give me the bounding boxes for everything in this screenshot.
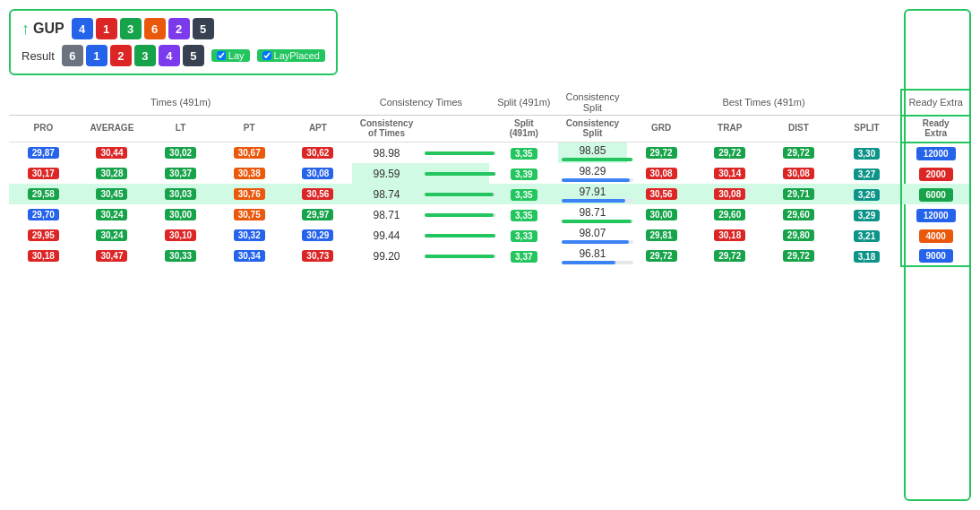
main-table: Times (491m) Consistency Times Split (49…: [9, 89, 971, 267]
cell-apt: 29,97: [284, 204, 353, 225]
cell-pro: 30,17: [9, 163, 78, 184]
cell-lt: 30,00: [146, 204, 215, 225]
table-row: 30,17 30,28 30,37 30,38 30,08 99.59 3,39…: [9, 163, 970, 184]
cell-apt: 30,62: [284, 143, 353, 164]
cell-grd: 30,00: [627, 204, 696, 225]
cell-dist: 29,60: [764, 204, 833, 225]
badge-5: 2: [168, 18, 190, 39]
cell-avg: 30,24: [78, 225, 147, 246]
table-row: 29,58 30,45 30,03 30,76 30,56 98.74 3,35…: [9, 184, 970, 204]
col-cons-split: ConsistencySplit: [558, 116, 627, 143]
cell-split: 3,39: [489, 163, 558, 184]
table-row: 29,87 30,44 30,02 30,67 30,62 98.98 3,35…: [9, 143, 970, 164]
cell-cons-bar: [421, 184, 490, 204]
top-badges: 4 1 3 6 2 5: [72, 18, 214, 39]
col-lt: LT: [146, 116, 215, 143]
cell-pro: 29,58: [9, 184, 78, 204]
cell-avg: 30,44: [78, 143, 147, 164]
col-split-val: Split(491m): [489, 116, 558, 143]
cell-cons-split: 98.07: [558, 225, 627, 246]
cell-apt: 30,29: [284, 225, 353, 246]
cell-split2: 3,30: [833, 143, 902, 164]
cell-lt: 30,10: [146, 225, 215, 246]
cell-pt: 30,34: [215, 246, 284, 266]
col-grd: GRD: [627, 116, 696, 143]
cell-ready: 12000: [901, 143, 970, 164]
table-row: 29,70 30,24 30,00 30,75 29,97 98.71 3,35…: [9, 204, 970, 225]
col-trap: TRAP: [695, 116, 764, 143]
cell-cons-split: 97.91: [558, 184, 627, 204]
cell-cons-val: 99.59: [352, 163, 421, 184]
bot-badge-6: 5: [183, 45, 204, 66]
bot-badge-5: 4: [159, 45, 180, 66]
cell-dist: 30,08: [764, 163, 833, 184]
cell-apt: 30,73: [284, 246, 353, 266]
cell-grd: 30,08: [627, 163, 696, 184]
table-row: 30,18 30,47 30,33 30,34 30,73 99.20 3,37…: [9, 246, 970, 266]
gup-icon-area: ↑ GUP: [21, 20, 64, 39]
cell-lt: 30,02: [146, 143, 215, 164]
cell-split2: 3,27: [833, 163, 902, 184]
cell-trap: 30,14: [695, 163, 764, 184]
cell-split: 3,35: [489, 184, 558, 204]
col-apt: APT: [284, 116, 353, 143]
cell-avg: 30,45: [78, 184, 147, 204]
bot-badge-1: 6: [62, 45, 83, 66]
gup-arrow-icon: ↑: [21, 20, 30, 39]
col-ready: ReadyExtra: [901, 116, 970, 143]
times-header: Times (491m): [9, 90, 352, 116]
best-times-header: Best Times (491m): [627, 90, 902, 116]
col-avg: AVERAGE: [78, 116, 147, 143]
cell-split: 3,35: [489, 143, 558, 164]
cell-cons-bar: [421, 204, 490, 225]
cell-ready: 9000: [901, 246, 970, 266]
col-cons-bar: [421, 116, 490, 143]
result-row: Result 6 1 2 3 4 5 Lay LayPlaced: [21, 45, 325, 66]
card-header: ↑ GUP 4 1 3 6 2 5: [21, 18, 325, 39]
cell-split: 3,35: [489, 204, 558, 225]
cell-cons-val: 99.44: [352, 225, 421, 246]
badge-1: 4: [72, 18, 93, 39]
cell-ready: 2000: [901, 163, 970, 184]
col-cons-of-times: Consistencyof Times: [352, 116, 421, 143]
cons-split-header: Consistency Split: [558, 90, 627, 116]
cell-cons-bar: [421, 143, 490, 164]
cell-split2: 3,21: [833, 225, 902, 246]
cell-pt: 30,38: [215, 163, 284, 184]
badge-6: 5: [193, 18, 214, 39]
lay-checkbox[interactable]: [217, 51, 226, 60]
bot-badge-4: 3: [134, 45, 156, 66]
cell-avg: 30,28: [78, 163, 147, 184]
cell-lt: 30,33: [146, 246, 215, 266]
lay-placed-tag[interactable]: LayPlaced: [257, 49, 325, 62]
cell-split2: 3,26: [833, 184, 902, 204]
cell-trap: 29,72: [695, 143, 764, 164]
cell-ready: 6000: [901, 184, 970, 204]
bottom-badges: 6 1 2 3 4 5: [62, 45, 204, 66]
cell-pt: 30,76: [215, 184, 284, 204]
cell-ready: 12000: [901, 204, 970, 225]
result-label: Result: [21, 49, 55, 63]
cell-apt: 30,08: [284, 163, 353, 184]
lay-tag[interactable]: Lay: [211, 49, 250, 62]
cell-dist: 29,72: [764, 246, 833, 266]
cell-cons-val: 98.74: [352, 184, 421, 204]
cell-trap: 29,60: [695, 204, 764, 225]
cell-pro: 29,95: [9, 225, 78, 246]
lay-placed-checkbox[interactable]: [262, 51, 271, 60]
cell-dist: 29,71: [764, 184, 833, 204]
col-pro: PRO: [9, 116, 78, 143]
badge-3: 3: [120, 18, 142, 39]
gup-label: GUP: [33, 21, 64, 37]
cell-trap: 30,08: [695, 184, 764, 204]
cell-dist: 29,80: [764, 225, 833, 246]
cell-cons-val: 99.20: [352, 246, 421, 266]
cell-cons-split: 98.29: [558, 163, 627, 184]
cell-pro: 29,70: [9, 204, 78, 225]
bot-badge-3: 2: [110, 45, 132, 66]
cell-cons-split: 98.85: [558, 143, 627, 164]
cell-pt: 30,32: [215, 225, 284, 246]
cell-split: 3,37: [489, 246, 558, 266]
cell-split2: 3,29: [833, 204, 902, 225]
main-container: ↑ GUP 4 1 3 6 2 5 Result 6 1 2 3 4 5: [9, 9, 971, 501]
